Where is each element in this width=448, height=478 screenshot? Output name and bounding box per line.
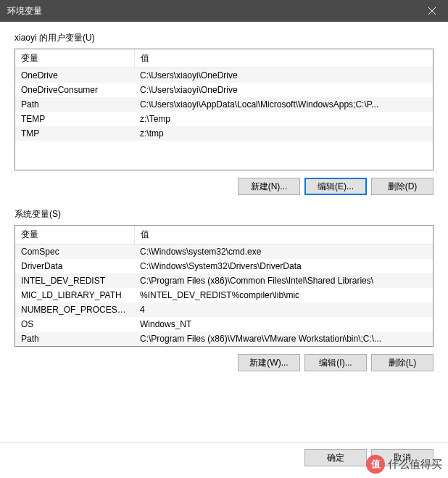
system-vars-table-wrap: 变量 值 ComSpecC:\Windows\system32\cmd.exe … [14, 225, 434, 347]
table-header-row: 变量 值 [15, 49, 433, 68]
column-header-value[interactable]: 值 [134, 49, 433, 68]
dialog-content: xiaoyi 的用户变量(U) 变量 值 OneDriveC:\Users\xi… [0, 22, 448, 392]
window-title: 环境变量 [7, 5, 42, 17]
cell-variable: Path [15, 97, 134, 112]
system-vars-buttons: 新建(W)... 编辑(I)... 删除(L) [14, 354, 434, 371]
cell-value: C:\Program Files (x86)\VMware\VMware Wor… [134, 331, 433, 346]
system-vars-label: 系统变量(S) [14, 208, 434, 221]
table-row[interactable]: MIC_LD_LIBRARY_PATH%INTEL_DEV_REDIST%com… [15, 288, 433, 302]
cell-value: z:\Temp [134, 112, 433, 126]
user-vars-buttons: 新建(N)... 编辑(E)... 删除(D) [14, 178, 434, 195]
user-vars-scroll[interactable]: 变量 值 OneDriveC:\Users\xiaoyi\OneDrive On… [15, 49, 433, 170]
dialog-buttons: 确定 取消 [0, 442, 448, 478]
cell-variable: OneDrive [15, 68, 134, 83]
cell-value: z:\tmp [134, 126, 433, 141]
table-row[interactable]: ComSpecC:\Windows\system32\cmd.exe [15, 244, 433, 260]
close-button[interactable] [415, 0, 448, 22]
system-new-button[interactable]: 新建(W)... [238, 354, 300, 371]
close-icon [428, 7, 436, 15]
cell-variable: INTEL_DEV_REDIST [15, 273, 134, 288]
cell-variable: NUMBER_OF_PROCESSORS [15, 302, 134, 317]
table-row[interactable]: OneDriveC:\Users\xiaoyi\OneDrive [15, 68, 433, 83]
cell-value: C:\Users\xiaoyi\OneDrive [134, 68, 433, 83]
cell-value: C:\Windows\System32\Drivers\DriverData [134, 259, 433, 273]
system-delete-button[interactable]: 删除(L) [371, 354, 434, 371]
cell-value: C:\Program Files (x86)\Common Files\Inte… [134, 273, 433, 288]
cell-value: C:\Users\xiaoyi\AppData\Local\Microsoft\… [134, 97, 433, 112]
table-row[interactable]: NUMBER_OF_PROCESSORS4 [15, 302, 433, 317]
column-header-variable[interactable]: 变量 [15, 226, 134, 244]
column-header-value[interactable]: 值 [134, 226, 433, 244]
user-new-button[interactable]: 新建(N)... [238, 178, 300, 195]
cell-variable: OneDriveConsumer [15, 83, 134, 97]
table-row[interactable]: INTEL_DEV_REDISTC:\Program Files (x86)\C… [15, 273, 433, 288]
cell-variable: TEMP [15, 112, 134, 126]
user-delete-button[interactable]: 删除(D) [371, 178, 434, 195]
system-edit-button[interactable]: 编辑(I)... [304, 354, 367, 371]
cell-value: Windows_NT [134, 317, 433, 331]
table-row[interactable]: TEMPz:\Temp [15, 112, 433, 126]
user-vars-table[interactable]: 变量 值 OneDriveC:\Users\xiaoyi\OneDrive On… [15, 49, 433, 141]
table-row[interactable]: OneDriveConsumerC:\Users\xiaoyi\OneDrive [15, 83, 433, 97]
table-header-row: 变量 值 [15, 226, 433, 244]
user-vars-table-wrap: 变量 值 OneDriveC:\Users\xiaoyi\OneDrive On… [14, 49, 434, 170]
user-edit-button[interactable]: 编辑(E)... [304, 178, 367, 195]
table-row[interactable]: OSWindows_NT [15, 317, 433, 331]
user-vars-label: xiaoyi 的用户变量(U) [14, 32, 434, 44]
cell-variable: OS [15, 317, 134, 331]
cell-value: C:\Users\xiaoyi\OneDrive [134, 83, 433, 97]
system-vars-table[interactable]: 变量 值 ComSpecC:\Windows\system32\cmd.exe … [15, 226, 433, 346]
cancel-button[interactable]: 取消 [371, 449, 434, 466]
table-row[interactable]: PathC:\Program Files (x86)\VMware\VMware… [15, 331, 433, 346]
table-row[interactable]: TMPz:\tmp [15, 126, 433, 141]
column-header-variable[interactable]: 变量 [15, 49, 134, 68]
cell-variable: MIC_LD_LIBRARY_PATH [15, 288, 134, 302]
cell-variable: Path [15, 331, 134, 346]
cell-variable: TMP [15, 126, 134, 141]
cell-value: %INTEL_DEV_REDIST%compiler\lib\mic [134, 288, 433, 302]
cell-variable: ComSpec [15, 244, 134, 260]
titlebar: 环境变量 [0, 0, 448, 22]
ok-button[interactable]: 确定 [304, 449, 367, 466]
cell-value: 4 [134, 302, 433, 317]
system-vars-scroll[interactable]: 变量 值 ComSpecC:\Windows\system32\cmd.exe … [15, 226, 433, 346]
cell-variable: DriverData [15, 259, 134, 273]
table-row[interactable]: PathC:\Users\xiaoyi\AppData\Local\Micros… [15, 97, 433, 112]
cell-value: C:\Windows\system32\cmd.exe [134, 244, 433, 260]
table-row[interactable]: DriverDataC:\Windows\System32\Drivers\Dr… [15, 259, 433, 273]
